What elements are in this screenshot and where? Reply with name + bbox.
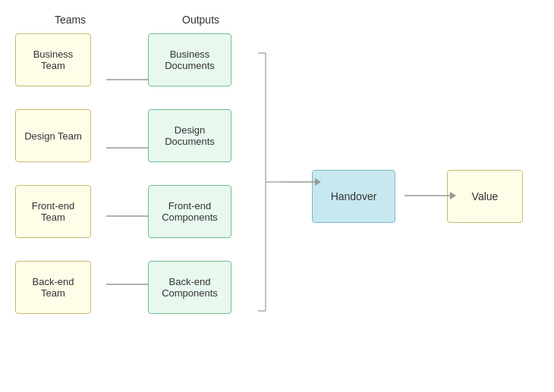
left-section: Teams Outputs BusinessTeam BusinessDocum… <box>0 0 281 392</box>
row-2: Design Team DesignDocuments <box>15 109 281 162</box>
row-4: Back-endTeam Back-endComponents <box>15 261 281 314</box>
team-box-4: Back-endTeam <box>15 261 91 314</box>
column-headers: Teams Outputs <box>0 0 281 26</box>
output-box-3: Front-endComponents <box>148 185 231 238</box>
diagram-container: Teams Outputs BusinessTeam BusinessDocum… <box>0 0 554 392</box>
output-box-2: DesignDocuments <box>148 109 231 162</box>
teams-header: Teams <box>27 14 114 26</box>
team-box-3: Front-endTeam <box>15 185 91 238</box>
team-box-2: Design Team <box>15 109 91 162</box>
row-3: Front-endTeam Front-endComponents <box>15 185 281 238</box>
handover-box: Handover <box>312 170 395 223</box>
output-box-1: BusinessDocuments <box>148 33 231 86</box>
outputs-header: Outputs <box>182 14 219 26</box>
team-box-1: BusinessTeam <box>15 33 91 86</box>
right-section: Handover Value <box>281 0 554 392</box>
output-box-4: Back-endComponents <box>148 261 231 314</box>
row-1: BusinessTeam BusinessDocuments <box>15 33 281 86</box>
handover-diagram: Handover Value <box>312 170 523 223</box>
value-box: Value <box>447 170 523 223</box>
rows-area: BusinessTeam BusinessDocuments Design Te… <box>0 26 281 314</box>
